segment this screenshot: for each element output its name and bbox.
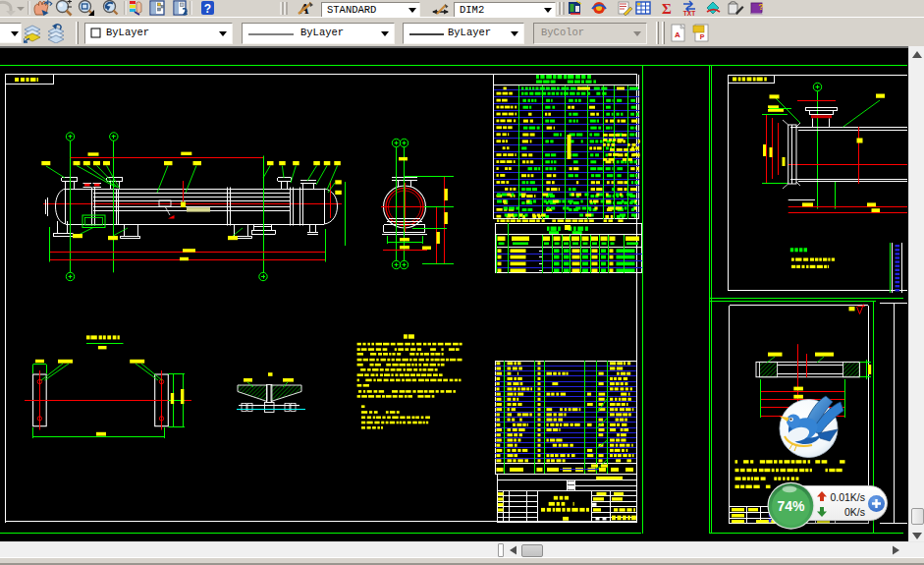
svg-text:TXT: TXT: [683, 10, 695, 17]
svg-text:?: ?: [758, 2, 764, 12]
svg-text:?: ?: [204, 2, 211, 16]
svg-text:Σ: Σ: [662, 1, 672, 17]
svg-text:P: P: [700, 33, 705, 40]
svg-text:A: A: [675, 30, 680, 39]
svg-text:74%: 74%: [777, 498, 805, 514]
